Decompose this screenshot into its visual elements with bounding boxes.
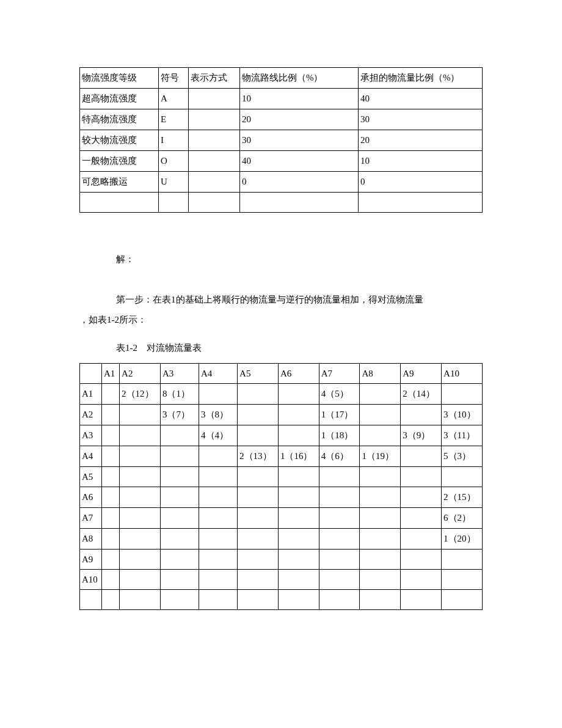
cell xyxy=(101,467,119,487)
table-row: A7 6（2） xyxy=(80,508,483,529)
cell xyxy=(160,487,199,508)
cell xyxy=(278,529,319,550)
cell xyxy=(401,590,442,610)
table-row: A3 4（4） 1（18） 3（9） 3（11） xyxy=(80,425,483,446)
cell: 30 xyxy=(240,130,359,151)
cell: 40 xyxy=(359,89,483,109)
cell xyxy=(319,487,360,508)
table-header-row: 物流强度等级 符号 表示方式 物流路线比例（%） 承担的物流量比例（%） xyxy=(80,68,483,89)
cell xyxy=(189,89,240,109)
cell: 8（1） xyxy=(160,384,199,405)
th-a7: A7 xyxy=(319,364,360,384)
cell: 3（7） xyxy=(160,405,199,425)
table-row: 特高物流强度 E 20 30 xyxy=(80,109,483,130)
cell: 30 xyxy=(359,109,483,130)
table-flow-matrix: A1 A2 A3 A4 A5 A6 A7 A8 A9 A10 A1 2（12） … xyxy=(79,363,483,610)
cell: 10 xyxy=(359,151,483,172)
cell: 4（4） xyxy=(199,425,238,446)
table-row: A2 3（7） 3（8） 1（17） 3（10） xyxy=(80,405,483,425)
table-logistics-intensity: 物流强度等级 符号 表示方式 物流路线比例（%） 承担的物流量比例（%） 超高物… xyxy=(79,67,483,213)
cell: 2（15） xyxy=(442,487,483,508)
cell xyxy=(360,550,401,570)
table-row: 超高物流强度 A 10 40 xyxy=(80,89,483,109)
cell xyxy=(199,487,238,508)
cell xyxy=(199,446,238,467)
cell xyxy=(401,446,442,467)
th-a5: A5 xyxy=(238,364,279,384)
cell: 20 xyxy=(240,109,359,130)
th-level: 物流强度等级 xyxy=(80,68,159,89)
row-label xyxy=(80,590,102,610)
cell xyxy=(278,508,319,529)
cell xyxy=(120,425,161,446)
cell xyxy=(101,405,119,425)
cell xyxy=(101,425,119,446)
row-label: A2 xyxy=(80,405,102,425)
cell: 5（3） xyxy=(442,446,483,467)
cell xyxy=(160,550,199,570)
para-step1-line1: 第一步：在表1的基础上将顺行的物流量与逆行的物流量相加，得对流物流量 xyxy=(79,290,483,310)
cell xyxy=(101,550,119,570)
cell xyxy=(101,384,119,405)
cell: 2（12） xyxy=(120,384,161,405)
cell: 6（2） xyxy=(442,508,483,529)
table-row: 可忽略搬运 U 0 0 xyxy=(80,172,483,193)
cell xyxy=(442,570,483,590)
cell xyxy=(360,487,401,508)
cell: A xyxy=(159,89,189,109)
cell xyxy=(199,467,238,487)
page-content: 物流强度等级 符号 表示方式 物流路线比例（%） 承担的物流量比例（%） 超高物… xyxy=(0,67,562,610)
cell xyxy=(238,570,279,590)
cell: 可忽略搬运 xyxy=(80,172,159,193)
cell xyxy=(189,130,240,151)
cell xyxy=(319,529,360,550)
cell xyxy=(278,384,319,405)
cell: 0 xyxy=(359,172,483,193)
cell: 3（8） xyxy=(199,405,238,425)
cell xyxy=(120,405,161,425)
cell: 40 xyxy=(240,151,359,172)
cell xyxy=(101,590,119,610)
cell xyxy=(238,529,279,550)
cell xyxy=(189,172,240,193)
row-label: A4 xyxy=(80,446,102,467)
cell xyxy=(101,487,119,508)
cell xyxy=(160,467,199,487)
cell xyxy=(189,151,240,172)
th-a9: A9 xyxy=(401,364,442,384)
cell xyxy=(442,590,483,610)
th-blank xyxy=(80,364,102,384)
cell xyxy=(360,570,401,590)
cell xyxy=(278,590,319,610)
paragraph-block: 解： 第一步：在表1的基础上将顺行的物流量与逆行的物流量相加，得对流物流量 ，如… xyxy=(79,249,483,330)
para-solution: 解： xyxy=(79,249,483,270)
cell: 1（20） xyxy=(442,529,483,550)
row-label: A6 xyxy=(80,487,102,508)
cell xyxy=(401,467,442,487)
cell: 1（19） xyxy=(360,446,401,467)
cell: 超高物流强度 xyxy=(80,89,159,109)
cell xyxy=(120,446,161,467)
cell xyxy=(189,193,240,213)
cell: 3（11） xyxy=(442,425,483,446)
cell xyxy=(278,467,319,487)
cell xyxy=(360,590,401,610)
cell xyxy=(160,446,199,467)
cell xyxy=(442,550,483,570)
th-a8: A8 xyxy=(360,364,401,384)
para-step1-line2: ，如表1-2所示： xyxy=(79,310,483,330)
cell xyxy=(360,529,401,550)
cell xyxy=(401,550,442,570)
cell xyxy=(401,570,442,590)
cell xyxy=(120,487,161,508)
cell: O xyxy=(159,151,189,172)
cell: 一般物流强度 xyxy=(80,151,159,172)
cell xyxy=(319,467,360,487)
cell xyxy=(199,550,238,570)
cell xyxy=(101,529,119,550)
th-a10: A10 xyxy=(442,364,483,384)
cell xyxy=(238,467,279,487)
cell xyxy=(442,384,483,405)
table-row xyxy=(80,590,483,610)
cell: 20 xyxy=(359,130,483,151)
